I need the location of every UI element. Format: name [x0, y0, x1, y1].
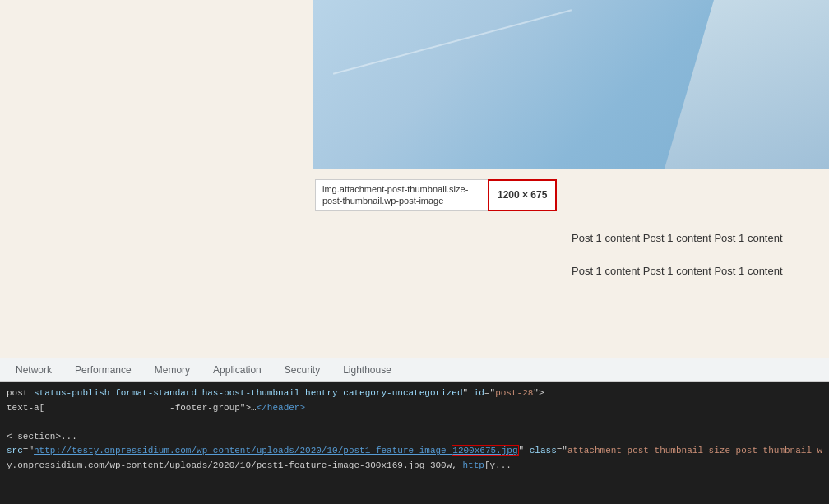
code-url[interactable]: http://testy.onpressidium.com/wp-content…: [34, 446, 452, 455]
webpage-content-area: img.attachment-post-thumbnail.size-post-…: [0, 0, 829, 358]
code-text: [y...: [484, 460, 512, 470]
code-string: post-28: [495, 388, 533, 398]
code-text: ">: [533, 388, 544, 398]
tooltip-dimensions: 1200 × 675: [488, 179, 557, 211]
devtools-panel: 1200 × 675 pixels post status-publish fo…: [0, 382, 829, 504]
code-attr: class: [530, 446, 557, 455]
post-paragraph-2: Post 1 content Post 1 content Post 1 con…: [572, 263, 829, 280]
tab-lighthouse[interactable]: Lighthouse: [331, 358, 403, 381]
code-class-string: attachment-post-thumbnail size-post-thum…: [567, 446, 822, 455]
code-text: ": [519, 446, 530, 455]
code-line-4: < section>...: [7, 430, 822, 445]
code-link[interactable]: http: [463, 460, 484, 470]
code-text: =": [557, 446, 567, 455]
image-fold: [665, 0, 829, 169]
post-content: Post 1 content Post 1 content Post 1 con…: [572, 230, 829, 295]
code-tag: </header>: [257, 403, 305, 413]
code-text: text-a[ -footer-group">…: [7, 403, 257, 413]
code-text: ": [463, 388, 474, 398]
code-attr: status-publish format-standard has-post-…: [34, 388, 463, 398]
code-line-2: text-a[ -footer-group">…</header>: [7, 401, 822, 416]
code-attr: id: [474, 388, 484, 398]
tab-application[interactable]: Application: [201, 358, 273, 381]
code-line-6: y.onpressidium.com/wp-content/uploads/20…: [7, 459, 822, 474]
tab-performance[interactable]: Performance: [63, 358, 143, 381]
post-paragraph-1: Post 1 content Post 1 content Post 1 con…: [572, 230, 829, 247]
tab-network[interactable]: Network: [4, 358, 63, 381]
tab-security[interactable]: Security: [273, 358, 331, 381]
tooltip-selector: img.attachment-post-thumbnail.size-post-…: [315, 179, 488, 211]
code-url-highlighted[interactable]: 1200x675.jpg: [452, 445, 518, 456]
code-line-3: [7, 415, 822, 430]
element-tooltip: img.attachment-post-thumbnail.size-post-…: [315, 179, 557, 211]
code-text: =": [484, 388, 495, 398]
code-attr: src: [7, 446, 23, 455]
code-text: =": [23, 446, 34, 455]
code-text: y.onpressidium.com/wp-content/uploads/20…: [7, 460, 463, 470]
code-text: post: [7, 388, 34, 398]
code-line-1: post status-publish format-standard has-…: [7, 386, 822, 401]
code-text: < section>...: [7, 432, 77, 442]
devtools-tab-bar: Network Performance Memory Application S…: [0, 358, 829, 382]
devtools-code-panel: post status-publish format-standard has-…: [0, 382, 829, 478]
image-decoration: [333, 9, 572, 75]
tab-memory[interactable]: Memory: [143, 358, 201, 381]
featured-image: [313, 0, 829, 169]
code-line-5: src="http://testy.onpressidium.com/wp-co…: [7, 444, 822, 459]
